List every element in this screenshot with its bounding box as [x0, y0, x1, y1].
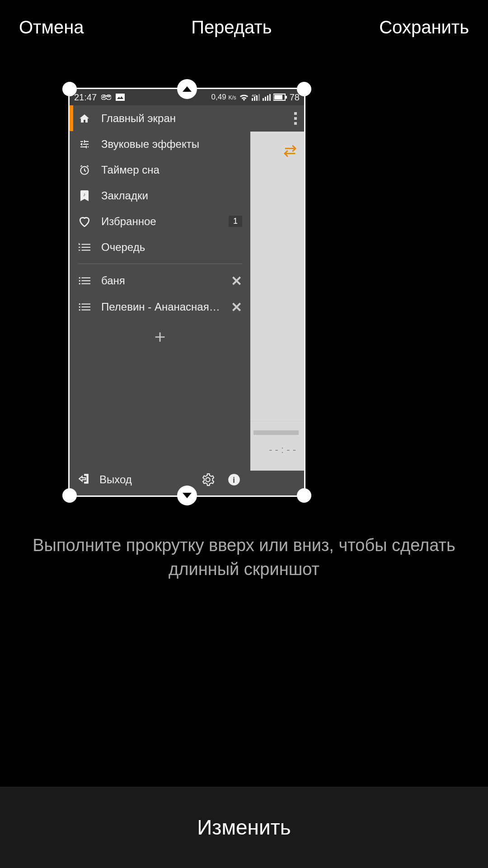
- playback-bar: [250, 471, 304, 495]
- add-playlist-button[interactable]: ＋: [70, 320, 250, 352]
- scroll-up-handle[interactable]: [177, 79, 197, 99]
- playlist-label: баня: [101, 274, 221, 287]
- menu-label: Звуковые эффекты: [101, 138, 242, 151]
- signal-icon: [263, 94, 271, 101]
- save-button[interactable]: Сохранить: [379, 17, 469, 38]
- bookmark-icon: ♪: [78, 190, 91, 201]
- clock-icon: [78, 164, 91, 176]
- status-time: 21:47: [74, 92, 97, 103]
- crop-handle-top-right[interactable]: [297, 82, 311, 96]
- scrub-area: - - : - -: [250, 421, 304, 471]
- playlist-icon: [78, 302, 91, 311]
- svg-point-16: [79, 280, 80, 281]
- menu-label: Очередь: [101, 241, 242, 254]
- scroll-down-handle[interactable]: [177, 486, 197, 505]
- share-button[interactable]: Передать: [191, 17, 272, 38]
- svg-rect-3: [254, 97, 255, 101]
- playlist-item[interactable]: баня ✕: [70, 268, 250, 294]
- time-display: - - : - -: [269, 444, 296, 456]
- cancel-button[interactable]: Отмена: [19, 17, 84, 38]
- menu-favorites[interactable]: Избранное 1: [70, 208, 250, 234]
- scroll-hint: Выполните прокрутку вверх или вниз, чтоб…: [0, 533, 488, 581]
- heart-icon: [78, 216, 91, 227]
- queue-icon: [78, 243, 91, 252]
- svg-rect-4: [256, 95, 258, 101]
- svg-text:♪: ♪: [83, 192, 86, 197]
- svg-rect-9: [269, 94, 271, 101]
- svg-point-20: [79, 309, 80, 311]
- wifi-icon: [239, 93, 249, 101]
- overflow-menu-icon[interactable]: [294, 112, 297, 125]
- sliders-icon: [78, 139, 91, 150]
- battery-icon: [273, 94, 287, 101]
- svg-point-17: [79, 283, 80, 284]
- exit-icon[interactable]: [78, 473, 89, 486]
- home-icon: [78, 113, 91, 124]
- menu-queue[interactable]: Очередь: [70, 234, 250, 260]
- svg-rect-7: [265, 97, 266, 101]
- svg-point-18: [79, 303, 80, 305]
- edit-button[interactable]: Изменить: [197, 815, 291, 840]
- svg-rect-12: [286, 96, 287, 99]
- svg-rect-5: [258, 94, 260, 101]
- repeat-icon[interactable]: [282, 143, 298, 161]
- scrub-bar[interactable]: [253, 430, 299, 435]
- svg-rect-11: [274, 95, 282, 99]
- edit-bar: Изменить: [0, 787, 488, 868]
- playlist-label: Пелевин - Ананасная во..: [101, 301, 221, 313]
- svg-point-19: [79, 306, 80, 307]
- screenshot-preview: 21:47 0,49 K/s 4G 78 Главный экран: [70, 89, 304, 495]
- menu-home[interactable]: Главный экран: [70, 105, 250, 131]
- playlist-item[interactable]: Пелевин - Ананасная во.. ✕: [70, 294, 250, 320]
- exit-button[interactable]: Выход: [99, 473, 190, 486]
- sidebar: Главный экран Звуковые эффекты Таймер сн…: [70, 105, 250, 495]
- crop-handle-top-left[interactable]: [62, 82, 77, 96]
- playlist-icon: [78, 276, 91, 285]
- menu-sound-effects[interactable]: Звуковые эффекты: [70, 131, 250, 157]
- menu-bookmarks[interactable]: ♪ Закладки: [70, 183, 250, 208]
- infinity-icon: [101, 94, 111, 100]
- status-speed: 0,49 K/s: [211, 93, 236, 102]
- crop-frame[interactable]: 21:47 0,49 K/s 4G 78 Главный экран: [68, 88, 305, 497]
- signal-4g-icon: 4G: [252, 94, 260, 101]
- settings-icon[interactable]: [200, 473, 216, 486]
- svg-rect-2: [252, 98, 253, 101]
- info-icon[interactable]: i: [226, 473, 242, 486]
- menu-label: Таймер сна: [101, 164, 242, 176]
- menu-label: Избранное: [101, 215, 219, 228]
- app-top-bar: [250, 105, 304, 132]
- screenshot-top-bar: Отмена Передать Сохранить: [0, 0, 488, 55]
- svg-rect-8: [267, 95, 268, 101]
- remove-playlist-button[interactable]: ✕: [231, 273, 242, 289]
- picture-icon: [116, 94, 125, 101]
- svg-point-15: [79, 277, 80, 278]
- menu-sleep-timer[interactable]: Таймер сна: [70, 157, 250, 183]
- svg-text:i: i: [233, 475, 235, 485]
- divider: [78, 264, 242, 264]
- crop-handle-bottom-left[interactable]: [62, 488, 77, 503]
- svg-rect-6: [263, 98, 264, 101]
- menu-label: Главный экран: [101, 112, 242, 125]
- crop-handle-bottom-right[interactable]: [297, 488, 311, 503]
- menu-label: Закладки: [101, 189, 242, 202]
- favorites-badge: 1: [229, 216, 242, 227]
- right-panel: - - : - -: [250, 105, 304, 495]
- remove-playlist-button[interactable]: ✕: [231, 299, 242, 315]
- svg-rect-0: [116, 94, 125, 101]
- sidebar-bottom: Выход i: [70, 464, 250, 495]
